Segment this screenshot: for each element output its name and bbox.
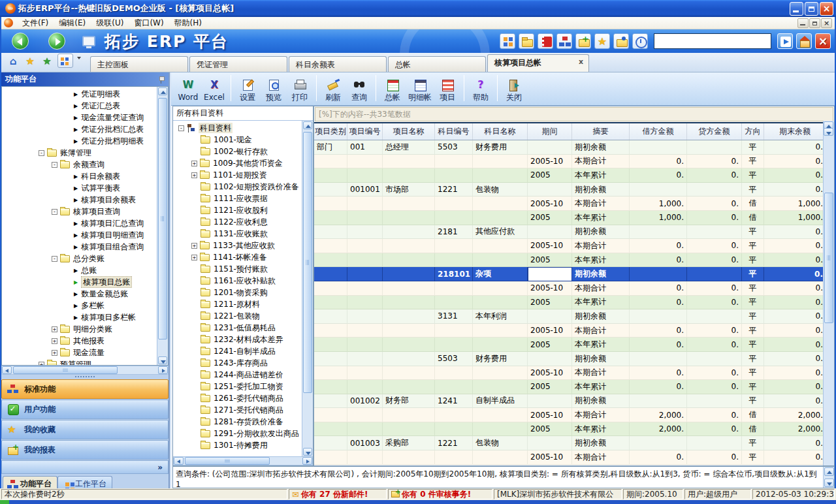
subject-item-1261-委托代销商品[interactable]: 1261-委托代销商品 — [174, 392, 301, 404]
sidebar-item-凭证汇总表[interactable]: ▶凭证汇总表 — [2, 100, 156, 112]
sidebar-item-余额查询[interactable]: -余额查询 — [2, 159, 156, 170]
collapse-icon[interactable]: - — [39, 150, 44, 156]
sidebar-item-核算项目组合查询[interactable]: ▶核算项目组合查询 — [2, 241, 156, 253]
sidebar-item-核算项目总账[interactable]: ▶核算项目总账 — [2, 276, 156, 288]
sidebar-panel-用户功能[interactable]: 用户功能 — [1, 400, 169, 419]
sidebar-panel-我的收藏[interactable]: 我的收藏 — [1, 420, 169, 439]
notebook-icon[interactable] — [538, 33, 553, 49]
scroll-thumb[interactable] — [158, 98, 167, 339]
sidebar-item-科目余额表[interactable]: ▶科目余额表 — [2, 170, 156, 182]
subject-tree-hscrollbar[interactable] — [173, 456, 313, 465]
table-row[interactable]: 2005-10本期合计0.0.平0. — [314, 324, 834, 338]
grid-vscrollbar[interactable] — [823, 121, 834, 465]
column-header-期间[interactable]: 期间 — [528, 123, 572, 140]
sidebar-item-凭证分批档明细表[interactable]: ▶凭证分批档明细表 — [2, 135, 156, 147]
subject-root-科目资料[interactable]: -科目资料 — [174, 122, 301, 134]
column-header-借方金额[interactable]: 借方金额 — [630, 123, 687, 140]
sidebar-tree-hscrollbar[interactable] — [1, 366, 169, 375]
splitter-handle[interactable] — [1, 375, 169, 379]
mdi-close-button[interactable]: × — [821, 18, 832, 28]
toolbar-button-设置[interactable]: 设置 — [234, 74, 261, 102]
scroll-up-icon[interactable] — [824, 467, 834, 476]
subject-item-1111-应收票据[interactable]: 1111-应收票据 — [174, 193, 301, 204]
sidebar-item-核算项目多栏帐[interactable]: ▶核算项目多栏帐 — [2, 311, 156, 323]
scroll-thumb[interactable] — [824, 193, 833, 323]
expand-icon[interactable]: + — [191, 243, 197, 249]
sidebar-item-数量金额总账[interactable]: ▶数量金额总账 — [2, 288, 156, 300]
menu-item-帮助(H)[interactable]: 帮助(H) — [169, 17, 207, 29]
sidebar-item-现金流量凭证查询[interactable]: ▶现金流量凭证查询 — [2, 112, 156, 123]
status-audit[interactable]: 你有 0 件审核事务! — [388, 489, 492, 499]
table-row[interactable]: 2005本年累计0.0.平0. — [314, 168, 834, 183]
sidebar-item-其他报表[interactable]: +其他报表 — [2, 335, 156, 347]
column-header-项目类别[interactable]: 项目类别 — [314, 123, 347, 140]
add-folder-icon[interactable] — [575, 33, 591, 49]
subject-item-1231-低值易耗品[interactable]: 1231-低值易耗品 — [174, 322, 301, 334]
home-button[interactable] — [796, 33, 812, 49]
table-row[interactable]: 2005-10本期合计0.0.平0. — [314, 366, 834, 381]
sidebar-item-核算项目汇总查询[interactable]: ▶核算项目汇总查询 — [2, 217, 156, 229]
table-row[interactable]: 2005-10本期合计1,000.0.借1,000. — [314, 197, 834, 211]
expand-icon[interactable]: + — [191, 172, 197, 178]
restore-button[interactable] — [805, 2, 818, 16]
toolbar-button-项目[interactable]: 项目 — [434, 74, 460, 102]
table-row[interactable]: 2005本年累计1,000.0.借1,000. — [314, 211, 834, 225]
sidebar-item-凭证明细表[interactable]: ▶凭证明细表 — [2, 88, 156, 100]
clock-icon[interactable] — [632, 33, 648, 49]
sidebar-item-明细分类账[interactable]: +明细分类账 — [2, 323, 156, 335]
scroll-down-icon[interactable] — [824, 479, 834, 487]
subject-item-1243-库存商品[interactable]: 1243-库存商品 — [174, 357, 301, 369]
toolbar-button-关闭[interactable]: 关闭 — [501, 74, 527, 102]
scroll-thumb[interactable] — [303, 132, 312, 393]
sidebar-item-总账[interactable]: ▶总账 — [2, 264, 156, 276]
mdi-minimize-button[interactable] — [797, 18, 809, 28]
subject-item-1009-其他货币资金[interactable]: +1009-其他货币资金 — [174, 157, 301, 169]
orgchart-icon[interactable] — [556, 33, 572, 49]
subject-item-1241-自制半成品[interactable]: 1241-自制半成品 — [174, 345, 301, 357]
sidebar-panel-标准功能[interactable]: 标准功能 — [1, 379, 169, 399]
collapse-icon[interactable]: - — [52, 162, 57, 168]
table-row[interactable]: 2005本年累计0.0.平0. — [314, 296, 834, 310]
sidebar-item-总分类账[interactable]: -总分类账 — [2, 253, 156, 264]
column-header-摘要[interactable]: 摘要 — [572, 123, 630, 140]
sidebar-tab-功能平台[interactable]: 功能平台 — [3, 476, 57, 490]
sidebar-tree-vscrollbar[interactable] — [157, 87, 168, 365]
table-row[interactable]: 218101杂项期初余额平0. — [314, 267, 834, 281]
tab-核算项目总帐[interactable]: 核算项目总帐x — [487, 54, 589, 72]
subject-item-1101-短期投资[interactable]: +1101-短期投资 — [174, 169, 301, 181]
column-header-项目名称[interactable]: 项目名称 — [383, 123, 435, 140]
table-row[interactable]: 001001市场部1221包装物期初余额平0. — [314, 183, 834, 197]
add-favorite-icon[interactable]: ★ — [40, 55, 54, 68]
scroll-up-icon[interactable] — [303, 121, 312, 129]
table-row[interactable]: 2005本年累计2,000.0.借2,000. — [314, 422, 834, 437]
subject-item-1221-包装物[interactable]: 1221-包装物 — [174, 310, 301, 322]
sidebar-item-现金流量[interactable]: +现金流量 — [2, 347, 156, 358]
column-header-方向[interactable]: 方向 — [742, 123, 764, 140]
minimize-button[interactable] — [790, 2, 803, 16]
favorites-star-icon[interactable]: ★ — [24, 55, 37, 68]
collapse-icon[interactable]: - — [52, 209, 57, 215]
subject-item-1301-待摊费用[interactable]: 1301-待摊费用 — [174, 439, 301, 451]
scroll-down-icon[interactable] — [158, 356, 167, 364]
scroll-thumb[interactable] — [13, 366, 118, 374]
sidebar-item-核算项目余额表[interactable]: ▶核算项目余额表 — [2, 194, 156, 206]
toolbar-button-帮助[interactable]: ?帮助 — [468, 74, 494, 102]
subject-item-1133-其他应收款[interactable]: +1133-其他应收款 — [174, 240, 301, 251]
subject-item-1232-材料成本差异[interactable]: 1232-材料成本差异 — [174, 334, 301, 345]
favorites-star-icon[interactable] — [594, 33, 610, 49]
column-header-科目编号[interactable]: 科目编号 — [435, 123, 473, 140]
table-row[interactable]: 3131本年利润期初余额平0. — [314, 309, 834, 324]
table-row[interactable]: 2181其他应付款期初余额平0. — [314, 225, 834, 240]
expand-icon[interactable]: + — [52, 338, 57, 344]
sidebar-item-账簿管理[interactable]: -账簿管理 — [2, 147, 156, 159]
toolbar-button-查询[interactable]: 查询 — [346, 74, 372, 102]
toolbar-button-预览[interactable]: 预览 — [261, 74, 287, 102]
subject-item-1211-原材料[interactable]: 1211-原材料 — [174, 298, 301, 310]
menu-item-文件(F)[interactable]: 文件(F) — [17, 17, 54, 29]
close-tab-icon[interactable]: x — [579, 57, 583, 72]
close-button[interactable]: × — [820, 2, 833, 16]
forward-button[interactable] — [48, 33, 65, 50]
tab-list-button[interactable] — [57, 54, 73, 68]
toolbar-button-总帐[interactable]: 总帐 — [379, 74, 406, 102]
pin-icon[interactable] — [158, 76, 165, 84]
